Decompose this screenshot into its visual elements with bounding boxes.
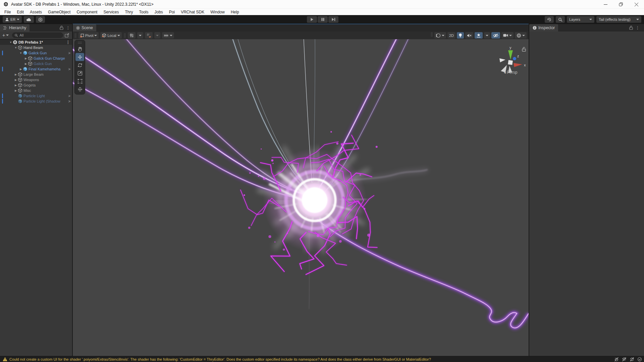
foldout-arrow-icon[interactable]: ▼ (19, 52, 23, 55)
hierarchy-row[interactable]: ▼DB Prefabs 1*⋮ (0, 40, 72, 45)
prefab-open-chevron[interactable]: > (68, 67, 70, 71)
menu-vrchat-sdk[interactable]: VRChat SDK (178, 9, 207, 15)
status-bar[interactable]: Could not create a custom UI for the sha… (0, 356, 644, 362)
hierarchy-row[interactable]: ▶Weapons (0, 77, 72, 82)
services-button[interactable] (36, 16, 45, 23)
create-object-button[interactable]: + (2, 33, 5, 38)
menu-file[interactable]: File (1, 9, 14, 15)
hierarchy-row[interactable]: ▶Misc (0, 88, 72, 93)
hierarchy-row[interactable]: Particle Light> (0, 93, 72, 99)
hierarchy-row[interactable]: ▶Gogeta (0, 82, 72, 88)
step-button[interactable] (328, 16, 338, 23)
gizmo-cube[interactable] (508, 60, 513, 65)
scene-audio-button[interactable] (465, 32, 473, 39)
hierarchy-row[interactable]: ▼Galick Gun> (0, 50, 72, 56)
menu-thry[interactable]: Thry (122, 9, 136, 15)
scene-menu-icon[interactable]: ⋮ (66, 40, 70, 45)
activity-ok-icon[interactable] (637, 357, 642, 362)
foldout-arrow-icon[interactable]: ▶ (14, 78, 18, 81)
rect-tool-button[interactable] (75, 77, 84, 85)
cache-disabled-icon[interactable] (622, 357, 627, 362)
foldout-arrow-icon[interactable]: ▶ (14, 73, 18, 76)
close-button[interactable] (629, 0, 644, 9)
foldout-arrow-icon[interactable]: ▼ (14, 46, 18, 49)
undo-history-button[interactable] (545, 16, 554, 23)
search-button[interactable] (556, 16, 565, 23)
axis-y-cone[interactable] (508, 50, 513, 60)
tool-strip-handle[interactable] (75, 42, 84, 44)
restore-button[interactable] (613, 0, 629, 9)
foldout-arrow-icon[interactable]: ▶ (14, 89, 18, 92)
foldout-arrow-icon[interactable]: ▶ (19, 68, 23, 71)
foldout-arrow-icon[interactable]: ▶ (24, 62, 28, 65)
inspector-menu-icon[interactable]: ⋮ (636, 25, 640, 30)
axis-z-ball[interactable] (513, 57, 516, 60)
move-tool-button[interactable] (75, 53, 84, 61)
menu-assets[interactable]: Assets (27, 9, 45, 15)
pause-button[interactable] (318, 16, 328, 23)
2d-mode-button[interactable]: 2D (447, 32, 455, 39)
grid-visibility-dropdown[interactable] (137, 32, 143, 39)
create-dropdown-icon[interactable] (6, 35, 9, 36)
orientation-gizmo[interactable]: y z x (492, 41, 529, 84)
hierarchy-row[interactable]: Particle Light (Shadow> (0, 99, 72, 104)
toolbar-drag-handle[interactable] (75, 33, 76, 38)
lock-icon[interactable] (60, 26, 63, 30)
gizmo-lock-icon[interactable] (522, 47, 526, 51)
scene-viewport[interactable]: y z x ◂ Persp (73, 39, 529, 356)
menu-poi[interactable]: Poi (166, 9, 178, 15)
scene-effects-dropdown[interactable] (484, 32, 490, 39)
account-button[interactable]: ER (3, 16, 22, 23)
hierarchy-row[interactable]: ▶Galick Gun Charge (0, 56, 72, 61)
axis-negx-cone[interactable] (499, 58, 505, 62)
lock-icon[interactable] (629, 26, 633, 30)
play-button[interactable] (307, 16, 317, 23)
transform-tool-button[interactable] (75, 85, 84, 93)
tab-inspector[interactable]: Inspector (529, 24, 558, 32)
scene-effects-button[interactable] (475, 32, 483, 39)
menu-jobs[interactable]: Jobs (151, 9, 166, 15)
foldout-arrow-icon[interactable]: ▼ (9, 41, 13, 44)
grid-snap-button[interactable] (145, 32, 153, 39)
hierarchy-row[interactable]: ▼Hand Beam (0, 45, 72, 50)
scene-camera-dropdown[interactable] (501, 32, 514, 39)
menu-edit[interactable]: Edit (14, 9, 27, 15)
minimize-button[interactable] (598, 0, 613, 9)
foldout-arrow-icon[interactable]: ▶ (14, 84, 18, 87)
menu-gameobject[interactable]: GameObject (45, 9, 73, 15)
toolbar-drag-handle[interactable] (124, 33, 125, 38)
rotate-tool-button[interactable] (75, 61, 84, 69)
cloud-button[interactable] (24, 16, 34, 23)
debugger-disabled-icon[interactable] (614, 357, 619, 362)
tab-hierarchy[interactable]: Hierarchy (0, 24, 30, 32)
toolbar-drag-handle[interactable] (431, 32, 432, 37)
prefab-open-chevron[interactable]: > (68, 94, 70, 98)
layout-dropdown[interactable]: Tail (effects testing) (596, 16, 641, 23)
gizmos-dropdown[interactable] (515, 32, 527, 39)
layers-dropdown[interactable]: Layers (567, 16, 594, 23)
hierarchy-row[interactable]: ▶Galick Gun (0, 61, 72, 66)
grid-snap-dropdown[interactable] (154, 32, 160, 39)
snap-increment-button[interactable] (162, 32, 174, 39)
refresh-disabled-icon[interactable] (630, 357, 634, 362)
projection-label[interactable]: ◂ Persp (492, 70, 529, 75)
view-tool-button[interactable] (75, 45, 84, 53)
menu-help[interactable]: Help (228, 9, 242, 15)
grid-visibility-button[interactable] (128, 32, 136, 39)
scale-tool-button[interactable] (75, 69, 84, 77)
hierarchy-menu-icon[interactable]: ⋮ (66, 25, 70, 30)
pivot-mode-button[interactable]: Pivot (78, 32, 99, 39)
prefab-open-chevron[interactable]: > (68, 51, 70, 55)
scene-visibility-button[interactable] (491, 32, 500, 39)
hierarchy-search-input[interactable]: All (12, 33, 63, 38)
hierarchy-row[interactable]: ▶Final Kamehameha> (0, 66, 72, 72)
foldout-arrow-icon[interactable]: ▶ (24, 57, 28, 60)
menu-services[interactable]: Services (100, 9, 122, 15)
draw-mode-dropdown[interactable] (434, 32, 446, 39)
tab-scene[interactable]: Scene (73, 24, 96, 32)
prefab-open-chevron[interactable]: > (68, 99, 70, 103)
menu-tools[interactable]: Tools (136, 9, 151, 15)
menu-window[interactable]: Window (207, 9, 228, 15)
scene-lighting-button[interactable] (457, 32, 464, 39)
axis-x-cone[interactable] (514, 63, 522, 67)
